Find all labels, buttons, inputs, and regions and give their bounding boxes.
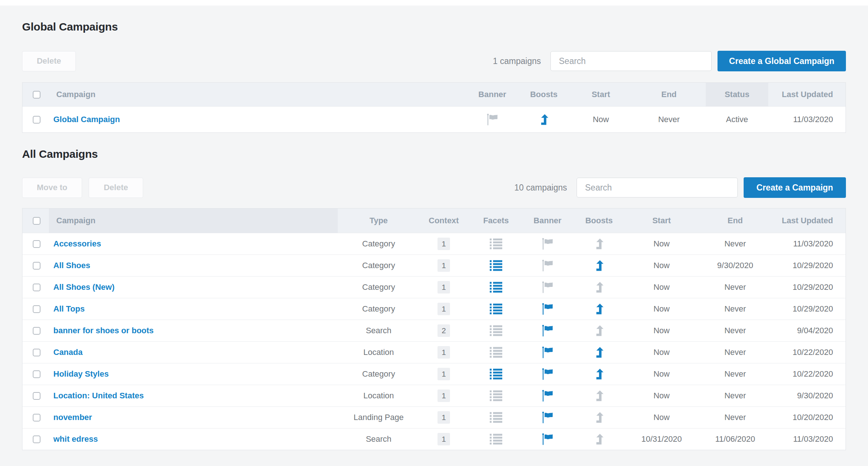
column-header-banner[interactable]: Banner bbox=[524, 209, 571, 233]
create-campaign-button[interactable]: Create a Campaign bbox=[744, 177, 846, 198]
move-to-button[interactable]: Move to bbox=[22, 178, 82, 198]
start-cell: Now bbox=[627, 298, 696, 320]
count-badge: 1 bbox=[437, 259, 450, 272]
row-checkbox[interactable] bbox=[33, 305, 40, 313]
count-badge: 1 bbox=[437, 368, 450, 380]
facets-cell bbox=[468, 363, 524, 385]
row-checkbox[interactable] bbox=[33, 327, 40, 335]
all-delete-button[interactable]: Delete bbox=[89, 178, 143, 198]
start-cell: Now bbox=[627, 255, 696, 276]
boosts-cell bbox=[571, 255, 627, 276]
context-cell: 1 bbox=[419, 233, 468, 255]
flag-icon bbox=[542, 260, 553, 271]
end-cell: 9/30/2020 bbox=[696, 255, 774, 276]
row-select-cell bbox=[22, 342, 49, 363]
table-header-row: CampaignTypeContextFacetsBannerBoostsSta… bbox=[22, 209, 846, 233]
column-header-banner[interactable]: Banner bbox=[467, 83, 518, 106]
row-checkbox[interactable] bbox=[33, 414, 40, 421]
boosts-cell bbox=[571, 298, 627, 320]
global-campaigns-toolbar: Delete 1 campaigns Create a Global Campa… bbox=[22, 51, 846, 71]
level-up-arrow-icon bbox=[594, 412, 604, 423]
row-checkbox[interactable] bbox=[33, 349, 40, 356]
all-search-input[interactable] bbox=[577, 178, 738, 198]
type-cell: Category bbox=[338, 363, 419, 385]
end-cell: Never bbox=[632, 107, 706, 132]
column-header-campaign[interactable]: Campaign bbox=[49, 209, 338, 233]
level-up-arrow-icon bbox=[594, 260, 604, 271]
campaign-link[interactable]: Location: United States bbox=[53, 391, 144, 401]
column-header-end[interactable]: End bbox=[696, 209, 774, 233]
row-checkbox[interactable] bbox=[33, 262, 40, 270]
campaign-link[interactable]: All Shoes bbox=[53, 261, 90, 270]
row-select-cell bbox=[22, 407, 49, 428]
select-all-checkbox[interactable] bbox=[33, 91, 40, 99]
column-header-facets[interactable]: Facets bbox=[468, 209, 524, 233]
list-icon bbox=[490, 412, 502, 423]
flag-icon bbox=[542, 390, 553, 402]
row-checkbox[interactable] bbox=[33, 240, 40, 248]
row-checkbox[interactable] bbox=[33, 392, 40, 400]
row-checkbox[interactable] bbox=[33, 116, 40, 124]
list-icon bbox=[490, 347, 502, 358]
boosts-cell bbox=[571, 233, 627, 255]
column-header-context[interactable]: Context bbox=[419, 209, 468, 233]
column-header-last-updated[interactable]: Last Updated bbox=[768, 83, 846, 106]
column-header-type[interactable]: Type bbox=[338, 209, 419, 233]
global-delete-button[interactable]: Delete bbox=[22, 51, 76, 71]
row-checkbox[interactable] bbox=[33, 284, 40, 291]
campaign-cell: whit edress bbox=[49, 428, 338, 450]
column-header-boosts[interactable]: Boosts bbox=[571, 209, 627, 233]
flag-icon bbox=[542, 303, 553, 315]
flag-icon bbox=[542, 412, 553, 423]
end-cell: Never bbox=[696, 407, 774, 428]
column-header-end[interactable]: End bbox=[632, 83, 706, 106]
level-up-arrow-icon bbox=[594, 281, 604, 293]
list-icon bbox=[490, 260, 502, 271]
row-select-cell bbox=[22, 107, 49, 132]
select-all-cell bbox=[22, 209, 49, 233]
table-row: CanadaLocation1 NowNever10/22/2020 bbox=[22, 341, 846, 363]
count-badge: 2 bbox=[437, 324, 450, 337]
campaign-link[interactable]: All Shoes (New) bbox=[53, 282, 114, 292]
flag-icon bbox=[542, 346, 553, 358]
campaign-link[interactable]: All Tops bbox=[53, 304, 85, 314]
campaign-link[interactable]: Global Campaign bbox=[53, 115, 120, 124]
column-header-start[interactable]: Start bbox=[627, 209, 696, 233]
row-select-cell bbox=[22, 277, 49, 298]
row-checkbox[interactable] bbox=[33, 370, 40, 378]
campaign-link[interactable]: whit edress bbox=[53, 434, 98, 444]
campaign-cell: All Shoes (New) bbox=[49, 277, 338, 298]
facets-cell bbox=[468, 428, 524, 450]
column-header-last-updated[interactable]: Last Updated bbox=[774, 209, 846, 233]
end-cell: Never bbox=[696, 277, 774, 298]
global-campaigns-title: Global Campaigns bbox=[22, 6, 846, 33]
campaign-link[interactable]: Holiday Styles bbox=[53, 369, 109, 379]
column-header-boosts[interactable]: Boosts bbox=[518, 83, 570, 106]
campaign-cell: Location: United States bbox=[49, 385, 338, 406]
type-cell: Location bbox=[338, 385, 419, 406]
facets-cell bbox=[468, 385, 524, 406]
campaign-link[interactable]: november bbox=[53, 413, 92, 422]
boosts-cell bbox=[571, 363, 627, 385]
banner-cell bbox=[524, 320, 571, 341]
select-all-checkbox[interactable] bbox=[33, 217, 40, 225]
level-up-arrow-icon bbox=[594, 390, 604, 402]
end-cell: 11/06/2020 bbox=[696, 428, 774, 450]
campaign-link[interactable]: Accessories bbox=[53, 239, 101, 249]
context-cell: 1 bbox=[419, 385, 468, 406]
campaign-link[interactable]: Canada bbox=[53, 348, 82, 357]
column-header-status[interactable]: Status bbox=[706, 83, 768, 106]
global-search-input[interactable] bbox=[550, 51, 712, 71]
level-up-arrow-icon bbox=[594, 346, 604, 358]
column-header-start[interactable]: Start bbox=[570, 83, 632, 106]
column-header-campaign[interactable]: Campaign bbox=[49, 83, 467, 106]
campaign-link[interactable]: banner for shoes or boots bbox=[53, 326, 154, 335]
start-cell: Now bbox=[627, 407, 696, 428]
banner-cell bbox=[524, 385, 571, 406]
type-cell: Category bbox=[338, 255, 419, 276]
create-global-campaign-button[interactable]: Create a Global Campaign bbox=[718, 51, 846, 71]
row-checkbox[interactable] bbox=[33, 435, 40, 443]
table-row: Location: United StatesLocation1 NowNeve… bbox=[22, 385, 846, 406]
type-cell: Landing Page bbox=[338, 407, 419, 428]
context-cell: 1 bbox=[419, 298, 468, 320]
